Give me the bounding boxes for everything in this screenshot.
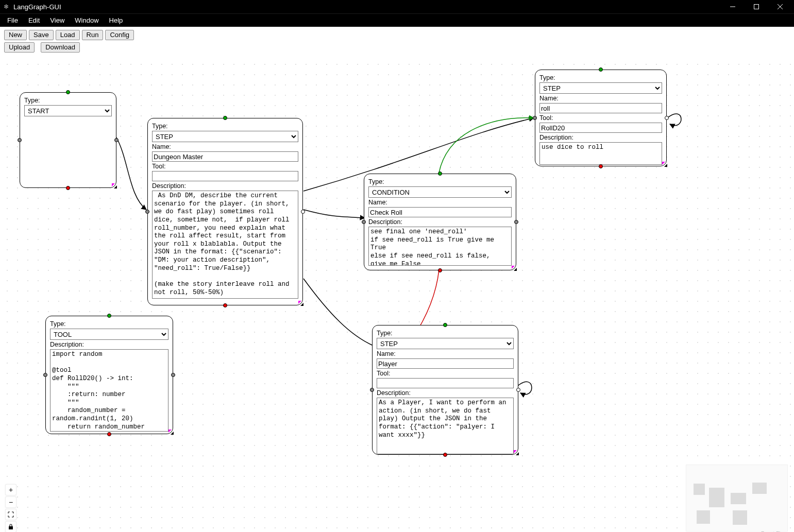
node-player[interactable]: Type: STEP Name: Tool: Description: As a… [372, 325, 518, 455]
port-in-top[interactable] [443, 323, 447, 327]
download-button[interactable]: Download [41, 42, 80, 53]
label-name: Name: [368, 199, 512, 206]
port-right[interactable] [171, 373, 175, 377]
node-check-description-textarea[interactable]: see final one 'need_roll' if see need_ro… [368, 227, 512, 266]
node-dm-description-textarea[interactable]: As DnD DM, describe the current scenario… [152, 191, 298, 299]
node-player-name-input[interactable] [377, 358, 514, 369]
run-button[interactable]: Run [82, 30, 104, 40]
port-out-bottom[interactable] [599, 164, 603, 168]
port-out-bottom[interactable] [107, 432, 111, 436]
label-tool: Tool: [539, 114, 662, 122]
label-tool: Tool: [377, 370, 514, 377]
port-left[interactable] [145, 210, 149, 214]
port-right[interactable] [514, 220, 518, 224]
node-tool-description-textarea[interactable]: import random @tool def RollD20() -> int… [50, 349, 168, 432]
label-type: Type: [377, 330, 514, 337]
node-dungeon-master[interactable]: Type: STEP Name: Tool: Description: As D… [147, 118, 303, 305]
upload-button[interactable]: Upload [4, 42, 35, 53]
resize-handle[interactable] [513, 449, 520, 456]
label-name: Name: [152, 143, 298, 150]
toolbar: New Save Load Run Config Upload Download [0, 27, 794, 57]
minimap-node [733, 510, 747, 525]
svg-rect-0 [754, 5, 759, 9]
port-in-top[interactable] [438, 171, 442, 176]
window-minimize-button[interactable] [721, 0, 745, 13]
node-start[interactable]: Type: START [20, 92, 116, 188]
port-right[interactable] [516, 388, 520, 392]
zoom-out-button[interactable]: − [5, 496, 16, 508]
port-right[interactable] [301, 210, 305, 214]
zoom-in-button[interactable]: + [5, 484, 16, 495]
node-player-description-textarea[interactable]: As a Player, I want to perform an action… [377, 398, 514, 454]
label-description: Description: [377, 389, 514, 397]
label-name: Name: [377, 350, 514, 357]
node-roll-description-textarea[interactable]: use dice to roll [539, 142, 662, 165]
label-type: Type: [50, 320, 168, 328]
node-tool[interactable]: Type: TOOL Description: import random @t… [45, 316, 173, 434]
port-out-bottom[interactable] [223, 303, 227, 307]
minimap-node [694, 484, 705, 495]
save-button[interactable]: Save [29, 30, 54, 40]
menu-edit[interactable]: Edit [23, 14, 45, 27]
node-dm-name-input[interactable] [152, 151, 298, 162]
node-check-name-input[interactable] [368, 207, 512, 217]
window-maximize-button[interactable] [745, 0, 768, 13]
node-dm-type-select[interactable]: STEP [152, 131, 298, 142]
resize-handle[interactable] [297, 300, 305, 307]
port-left[interactable] [18, 138, 22, 142]
edges-layer [0, 57, 794, 532]
menu-view[interactable]: View [45, 14, 70, 27]
window-close-button[interactable] [768, 0, 792, 13]
port-out-bottom[interactable] [443, 453, 447, 457]
label-type: Type: [368, 178, 512, 185]
resize-handle[interactable] [167, 428, 175, 436]
port-in-top[interactable] [223, 116, 227, 120]
node-tool-type-select[interactable]: TOOL [50, 329, 168, 340]
port-out-bottom[interactable] [66, 186, 70, 190]
fit-view-button[interactable] [5, 509, 16, 520]
minimap-node [709, 488, 724, 507]
minimap-node [697, 510, 710, 524]
menu-file[interactable]: File [2, 14, 23, 27]
node-player-type-select[interactable]: STEP [377, 338, 514, 349]
node-roll-name-input[interactable] [539, 103, 662, 113]
graph-canvas[interactable]: Type: START Type: STEP Name: Tool: Descr… [0, 57, 794, 532]
label-tool: Tool: [152, 163, 298, 170]
menu-window[interactable]: Window [70, 14, 104, 27]
minimap-node [752, 483, 767, 494]
node-start-type-select[interactable]: START [24, 105, 112, 116]
port-right[interactable] [114, 138, 119, 142]
port-in-top[interactable] [599, 67, 603, 72]
label-description: Description: [368, 218, 512, 226]
port-in-top[interactable] [107, 314, 111, 318]
resize-handle[interactable] [661, 161, 668, 168]
port-left[interactable] [43, 373, 47, 377]
port-left[interactable] [362, 220, 366, 224]
port-in-top[interactable] [66, 90, 70, 94]
minimap[interactable] [686, 465, 788, 531]
new-button[interactable]: New [4, 30, 27, 40]
node-dm-tool-input[interactable] [152, 171, 298, 181]
port-left[interactable] [370, 388, 374, 392]
port-right[interactable] [665, 116, 669, 120]
node-check-type-select[interactable]: CONDITION [368, 186, 512, 198]
menu-help[interactable]: Help [104, 14, 128, 27]
resize-handle[interactable] [511, 265, 518, 272]
label-description: Description: [539, 134, 662, 141]
node-player-tool-input[interactable] [377, 378, 514, 388]
config-button[interactable]: Config [105, 30, 134, 40]
lock-button[interactable] [5, 521, 16, 532]
title-bar: ❄ LangGraph-GUI [0, 0, 794, 13]
node-roll-type-select[interactable]: STEP [539, 82, 662, 94]
minimap-node [731, 493, 746, 504]
resize-handle[interactable] [111, 182, 118, 190]
node-roll-tool-input[interactable] [539, 123, 662, 133]
label-type: Type: [539, 74, 662, 81]
node-roll[interactable]: Type: STEP Name: Tool: Description: use … [535, 70, 667, 166]
node-check-roll[interactable]: Type: CONDITION Name: Description: see f… [364, 174, 516, 270]
label-type: Type: [152, 123, 298, 130]
port-out-bottom[interactable] [438, 268, 442, 272]
load-button[interactable]: Load [56, 30, 80, 40]
port-left[interactable] [533, 116, 537, 120]
label-description: Description: [152, 182, 298, 190]
